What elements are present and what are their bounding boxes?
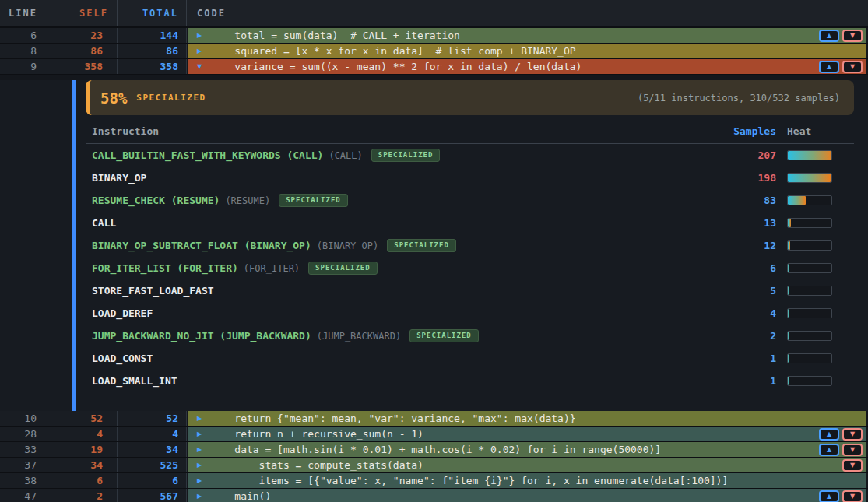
heat-column-header: Heat	[776, 125, 854, 137]
self-samples: 358	[47, 59, 118, 74]
column-header-self[interactable]: SELF	[47, 0, 118, 26]
code-line-row: 10 52 52 ▶ return {"mean": mean, "var": …	[0, 411, 868, 427]
expand-arrow-icon[interactable]: ▶	[197, 446, 205, 453]
instruction-samples: 5	[683, 285, 776, 297]
instruction-row: JUMP_BACKWARD_NO_JIT (JUMP_BACKWARD) (JU…	[86, 325, 854, 347]
total-samples: 34	[118, 442, 187, 457]
instruction-row: CALL 13	[86, 212, 854, 234]
code-text: stats = compute_stats(data)	[210, 459, 423, 471]
instruction-row: LOAD_CONST 1	[86, 347, 854, 370]
code-cell[interactable]: ▼ variance = sum((x - mean) ** 2 for x i…	[188, 59, 866, 74]
self-samples: 6	[47, 473, 118, 488]
instruction-heat-cell	[776, 376, 854, 386]
code-cell[interactable]: ▶ data = [math.sin(i * 0.01) + math.cos(…	[188, 442, 866, 457]
code-cell[interactable]: ▶ total = sum(data) # CALL + iteration ▲…	[188, 28, 866, 43]
instruction-heat-cell	[776, 218, 854, 228]
expand-arrow-icon[interactable]: ▶	[197, 47, 205, 54]
code-cell[interactable]: ▶ main() ▲▼	[188, 489, 866, 502]
code-text: total = sum(data) # CALL + iteration	[210, 30, 460, 41]
self-samples: 34	[47, 458, 118, 472]
total-samples: 4	[118, 427, 187, 441]
code-line-row: 38 6 6 ▶ items = [{"value": x, "name": f…	[0, 473, 868, 489]
heat-bar-track	[787, 218, 832, 228]
bottom-code-rows: 10 52 52 ▶ return {"mean": mean, "var": …	[0, 411, 868, 502]
jump-down-button[interactable]: ▼	[842, 459, 863, 472]
code-cell[interactable]: ▶ stats = compute_stats(data) ▼	[188, 458, 866, 472]
heat-bar-track	[787, 376, 832, 386]
column-header-code: CODE	[187, 0, 868, 26]
code-cell[interactable]: ▶ items = [{"value": x, "name": f"item_{…	[188, 473, 866, 488]
instruction-row: CALL_BUILTIN_FAST_WITH_KEYWORDS (CALL) (…	[86, 144, 854, 167]
jump-down-button[interactable]: ▼	[842, 61, 863, 73]
line-number: 33	[0, 442, 47, 457]
self-samples: 52	[47, 411, 118, 426]
instruction-name-cell: BINARY_OP_SUBTRACT_FLOAT (BINARY_OP) (BI…	[86, 239, 683, 252]
instruction-name-cell: LOAD_DEREF	[86, 307, 683, 319]
code-line-row: 28 4 4 ▶ return n + recursive_sum(n - 1)…	[0, 427, 868, 442]
jump-down-button[interactable]: ▼	[842, 490, 863, 502]
jump-down-button[interactable]: ▼	[842, 30, 863, 42]
nav-buttons: ▲▼	[819, 490, 866, 502]
instruction-samples: 4	[683, 307, 776, 319]
instruction-base-opcode: (BINARY_OP)	[317, 240, 378, 251]
jump-up-button[interactable]: ▲	[819, 30, 839, 42]
expand-arrow-icon[interactable]: ▶	[197, 415, 205, 422]
instruction-name: CALL_BUILTIN_FAST_WITH_KEYWORDS (CALL)	[92, 149, 323, 161]
instruction-name-cell: STORE_FAST_LOAD_FAST	[86, 285, 683, 297]
jump-up-button[interactable]: ▲	[819, 428, 839, 441]
self-samples: 86	[47, 44, 118, 58]
instruction-samples: 12	[683, 240, 776, 251]
total-samples: 52	[118, 411, 187, 426]
code-cell[interactable]: ▶ return {"mean": mean, "var": variance,…	[188, 411, 866, 426]
instruction-base-opcode: (RESUME)	[225, 195, 270, 206]
instruction-name: LOAD_CONST	[92, 353, 153, 364]
heat-bar-fill	[788, 196, 806, 205]
self-samples: 4	[47, 427, 118, 441]
instruction-name: BINARY_OP	[92, 172, 146, 184]
heat-bar-track	[787, 150, 832, 160]
expand-arrow-icon[interactable]: ▼	[197, 63, 205, 70]
instruction-name: FOR_ITER_LIST (FOR_ITER)	[92, 262, 238, 274]
heat-bar-track	[787, 353, 832, 363]
nav-buttons: ▲▼	[819, 444, 866, 456]
expand-arrow-icon[interactable]: ▶	[197, 32, 205, 39]
expand-arrow-icon[interactable]: ▶	[197, 430, 205, 437]
instruction-name-cell: CALL_BUILTIN_FAST_WITH_KEYWORDS (CALL) (…	[86, 149, 683, 162]
code-text: variance = sum((x - mean) ** 2 for x in …	[210, 61, 582, 72]
expand-arrow-icon[interactable]: ▶	[197, 477, 205, 484]
samples-column-header[interactable]: Samples	[683, 125, 776, 137]
instruction-name-cell: BINARY_OP	[86, 172, 683, 184]
nav-buttons: ▲▼	[819, 30, 866, 42]
jump-down-button[interactable]: ▼	[842, 444, 863, 456]
self-samples: 19	[47, 442, 118, 457]
table-header: LINE SELF TOTAL CODE	[0, 0, 868, 28]
specialized-badge: SPECIALIZED	[371, 149, 441, 162]
line-number: 9	[0, 59, 47, 74]
heat-bar-fill	[788, 219, 791, 227]
instruction-samples: 207	[683, 149, 776, 161]
code-cell[interactable]: ▶ return n + recursive_sum(n - 1) ▲▼	[188, 427, 866, 441]
specialization-banner: 58% SPECIALIZED (5/11 instructions, 310/…	[86, 80, 854, 115]
instruction-table-header: Instruction Samples Heat	[86, 125, 854, 144]
column-header-total[interactable]: TOTAL	[118, 0, 187, 26]
instruction-samples: 2	[683, 330, 776, 342]
jump-up-button[interactable]: ▲	[819, 61, 839, 73]
code-cell[interactable]: ▶ squared = [x * x for x in data] # list…	[188, 44, 866, 58]
instruction-heat-cell	[776, 353, 854, 363]
self-samples: 2	[47, 489, 118, 502]
instruction-heat-cell	[776, 308, 854, 318]
nav-buttons: ▼	[842, 459, 866, 472]
heat-bar-fill	[788, 309, 789, 318]
heat-bar-fill	[788, 354, 789, 363]
expand-arrow-icon[interactable]: ▶	[197, 493, 205, 500]
heat-bar-fill	[788, 264, 789, 272]
specialized-badge: SPECIALIZED	[409, 329, 479, 342]
jump-up-button[interactable]: ▲	[819, 490, 839, 502]
jump-down-button[interactable]: ▼	[842, 428, 863, 441]
heat-bar-track	[787, 195, 832, 205]
jump-up-button[interactable]: ▲	[819, 444, 839, 456]
heat-bar-track	[787, 240, 832, 251]
profiler-view: LINE SELF TOTAL CODE 6 23 144 ▶ total = …	[0, 0, 868, 502]
instruction-heat-cell	[776, 195, 854, 205]
expand-arrow-icon[interactable]: ▶	[197, 462, 205, 469]
